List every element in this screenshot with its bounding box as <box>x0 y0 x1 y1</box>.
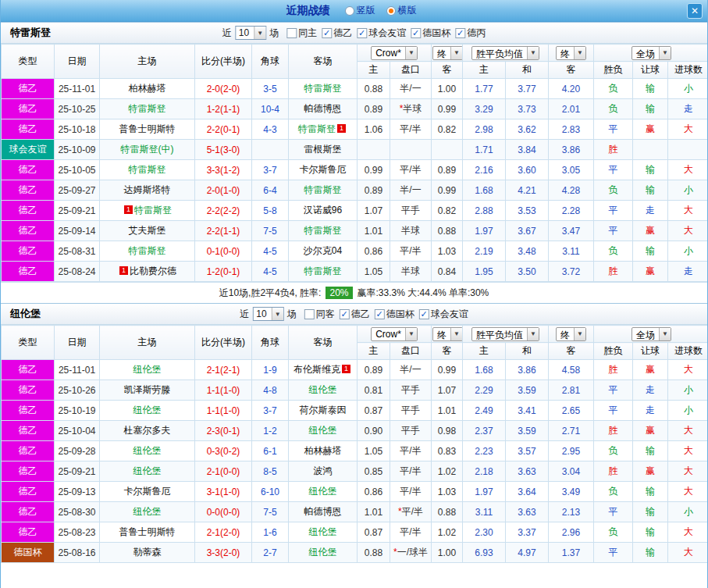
team-name-link[interactable]: 沙尔克04 <box>304 245 342 256</box>
team-name-link[interactable]: 纽伦堡 <box>133 506 162 517</box>
layout-option-horizontal[interactable]: 横版 <box>386 4 417 17</box>
team-name-link[interactable]: 布伦斯维克 <box>294 364 340 375</box>
close-button[interactable]: ✕ <box>687 3 703 19</box>
team-name-link[interactable]: 卡尔斯鲁厄 <box>124 486 171 497</box>
corner-score: 1-2 <box>252 421 289 441</box>
match-score[interactable]: 2-1(2-1) <box>195 360 252 380</box>
match-score[interactable]: 3-3(2-0) <box>195 543 252 563</box>
result-cell: 胜 <box>594 360 633 380</box>
team-name-link[interactable]: 纽伦堡 <box>133 465 162 476</box>
filter-checkbox[interactable]: ✓德丙 <box>455 27 486 40</box>
odds-provider-dropdown[interactable]: Crow* ▼ <box>371 46 418 60</box>
result-cell: 负 <box>594 482 633 502</box>
avg-away: 2.71 <box>549 421 594 441</box>
match-score[interactable]: 2-1(2-0) <box>195 522 252 543</box>
match-score[interactable]: 0-1(0-0) <box>195 241 252 262</box>
chevron-down-icon: ▼ <box>527 328 539 340</box>
team-name-link[interactable]: 特雷斯登 <box>298 123 336 134</box>
team-name-link[interactable]: 比勒费尔德 <box>130 265 176 276</box>
match-count-select[interactable]: 10 ▼ <box>252 307 283 321</box>
filter-checkbox[interactable]: ✓球会友谊 <box>357 27 406 40</box>
team-name-link[interactable]: 帕德博恩 <box>304 506 342 517</box>
avg-draw: 3.67 <box>506 221 549 241</box>
odds-provider-dropdown[interactable]: Crow* ▼ <box>371 327 418 341</box>
match-score[interactable]: 1-1(1-0) <box>195 401 252 421</box>
layout-option-vertical[interactable]: 竖版 <box>345 4 375 17</box>
match-score[interactable]: 0-3(0-2) <box>195 441 252 461</box>
team-name-link[interactable]: 荷尔斯泰因 <box>300 404 347 415</box>
team-name-link[interactable]: 勒蒂森 <box>133 547 162 558</box>
final-odds-dropdown[interactable]: 终 ▼ <box>432 46 463 60</box>
team-name-link[interactable]: 纽伦堡 <box>133 404 162 415</box>
checkbox-label: 德国杯 <box>386 308 414 321</box>
team-name-link[interactable]: 达姆斯塔特 <box>124 184 171 195</box>
team-name-link[interactable]: 特雷斯登 <box>129 164 166 175</box>
team-name-link[interactable]: 特雷斯登 <box>129 245 166 256</box>
home-team-cell: 1特雷斯登 <box>100 201 195 221</box>
filter-checkbox[interactable]: ✓德乙 <box>322 27 352 40</box>
filter-checkbox[interactable]: ✓德乙 <box>340 308 370 321</box>
team-name-link[interactable]: 特雷斯登(中) <box>121 144 174 155</box>
match-score[interactable]: 1-2(0-1) <box>195 262 252 282</box>
team-name-link[interactable]: 纽伦堡 <box>309 526 337 537</box>
team-name-link[interactable]: 特雷斯登 <box>304 83 342 94</box>
team-name-link[interactable]: 特雷斯登 <box>129 103 166 114</box>
red-card-badge: 1 <box>119 266 128 275</box>
team-name-link[interactable]: 纽伦堡 <box>133 445 162 456</box>
match-score[interactable]: 3-3(1-2) <box>195 160 252 180</box>
filter-checkbox[interactable]: 同客 <box>304 308 335 321</box>
team-name-link[interactable]: 普鲁士明斯特 <box>119 123 176 134</box>
team-name-link[interactable]: 杜塞尔多夫 <box>124 425 171 436</box>
avg-odds-dropdown[interactable]: 胜平负均值 ▼ <box>471 46 539 60</box>
match-score[interactable]: 2-2(0-1) <box>195 119 252 140</box>
match-count-select[interactable]: 10 ▼ <box>235 26 266 40</box>
team-name-link[interactable]: 纽伦堡 <box>309 547 337 558</box>
match-score[interactable]: 0-0(0-0) <box>195 502 252 522</box>
team-name-link[interactable]: 卡尔斯鲁厄 <box>300 164 347 175</box>
team-name-link[interactable]: 纽伦堡 <box>309 486 337 497</box>
final-avg-dropdown[interactable]: 终 ▼ <box>556 46 586 60</box>
team-name-link[interactable]: 凯泽斯劳滕 <box>124 384 171 395</box>
match-score[interactable]: 1-1(1-0) <box>195 380 252 401</box>
match-score[interactable]: 2-0(2-0) <box>195 79 252 99</box>
match-score[interactable]: 5-1(3-0) <box>195 140 252 160</box>
away-team-cell: 沙尔克04 <box>289 241 358 262</box>
team-name-link[interactable]: 纽伦堡 <box>309 425 337 436</box>
filter-checkbox[interactable]: 同主 <box>286 27 317 40</box>
full-time-dropdown[interactable]: 全场 ▼ <box>632 46 671 60</box>
team-name-link[interactable]: 雷根斯堡 <box>304 144 342 155</box>
filter-checkbox[interactable]: ✓德国杯 <box>411 27 450 40</box>
team-name-link[interactable]: 特雷斯登 <box>304 225 342 236</box>
match-score[interactable]: 2-2(1-1) <box>195 221 252 241</box>
filter-checkbox[interactable]: ✓球会友谊 <box>419 308 468 321</box>
full-time-dropdown[interactable]: 全场 ▼ <box>632 327 671 341</box>
avg-away: 3.86 <box>549 140 594 160</box>
team-name-link[interactable]: 汉诺威96 <box>304 205 342 216</box>
avg-odds-dropdown[interactable]: 胜平负均值 ▼ <box>471 327 539 341</box>
match-score[interactable]: 3-1(1-0) <box>195 482 252 502</box>
home-team-cell: 卡尔斯鲁厄 <box>100 482 195 502</box>
team-name-link[interactable]: 特雷斯登 <box>304 184 342 195</box>
team-name-link[interactable]: 普鲁士明斯特 <box>119 526 176 537</box>
team-name-link[interactable]: 艾夫斯堡 <box>129 225 166 236</box>
match-score[interactable]: 2-3(0-1) <box>195 421 252 441</box>
team-name-link[interactable]: 柏林赫塔 <box>129 83 166 94</box>
match-score[interactable]: 2-1(0-0) <box>195 461 252 482</box>
match-score[interactable]: 2-0(1-0) <box>195 180 252 201</box>
filter-checkbox[interactable]: ✓德国杯 <box>375 308 414 321</box>
final-odds-label: 终 <box>433 328 450 340</box>
final-odds-dropdown[interactable]: 终 ▼ <box>432 327 463 341</box>
match-row: 德乙25-10-04杜塞尔多夫2-3(0-1)1-2纽伦堡0.90平手0.982… <box>2 421 708 441</box>
result-cell: 胜 <box>594 262 633 282</box>
team-name-link[interactable]: 纽伦堡 <box>133 364 162 375</box>
match-score[interactable]: 2-2(2-2) <box>195 201 252 221</box>
final-avg-dropdown[interactable]: 终 ▼ <box>556 327 586 341</box>
team-name-link[interactable]: 特雷斯登 <box>304 265 342 276</box>
team-name-link[interactable]: 帕德博恩 <box>304 103 342 114</box>
team-name-link[interactable]: 柏林赫塔 <box>304 445 342 456</box>
team-name-link[interactable]: 特雷斯登 <box>134 205 172 216</box>
team-name-link[interactable]: 纽伦堡 <box>309 384 337 395</box>
avg-draw: 4.21 <box>506 180 549 201</box>
match-score[interactable]: 1-2(1-1) <box>195 99 252 119</box>
team-name-link[interactable]: 波鸿 <box>314 465 333 476</box>
